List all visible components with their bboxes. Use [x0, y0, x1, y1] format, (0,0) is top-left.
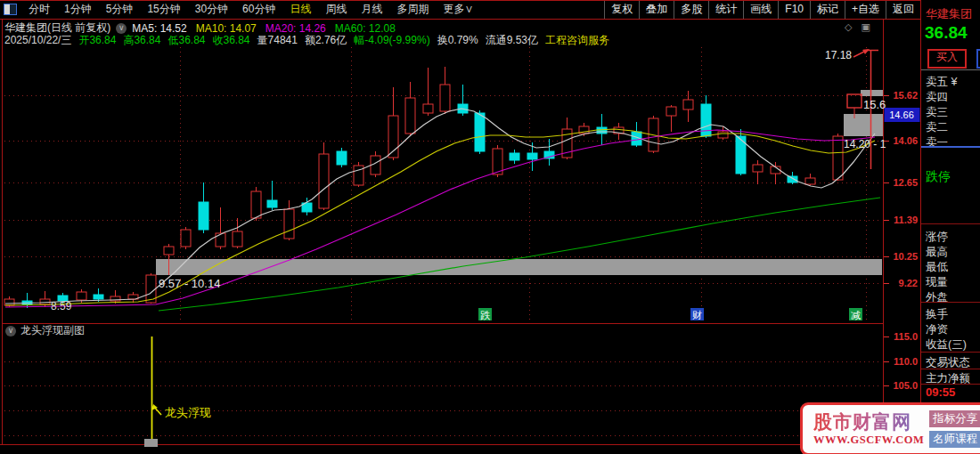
sub-price-label: 110.0	[894, 356, 918, 367]
candle-body	[233, 231, 242, 247]
sell-button[interactable]	[976, 49, 980, 69]
quote-field-label: 净资	[926, 322, 948, 337]
gray-zone	[861, 90, 884, 96]
chart-annotation: 9.57 - 10.14	[159, 277, 220, 290]
event-marker-label: 减	[851, 310, 861, 320]
quote-field-label: 最高	[926, 245, 948, 260]
info-item: 流通9.53亿	[486, 33, 538, 48]
watermark-card: 股市财富网 WWW.GSCFW.COM 指标分享 名师课程	[800, 402, 980, 454]
candle-body	[405, 98, 415, 134]
candle-body	[683, 100, 693, 109]
event-marker-label: 财	[692, 310, 702, 320]
candle-body	[510, 153, 519, 160]
signal-base-box	[144, 439, 158, 447]
sell-level[interactable]: 卖三	[926, 105, 948, 120]
candle-body	[199, 202, 208, 230]
diamond-icon[interactable]: ◇	[845, 21, 852, 32]
candle-body	[527, 153, 537, 159]
watermark-site-name: 股市财富网	[813, 411, 924, 433]
quote-panel: 华建集团 36.84 买入 卖五 ¥卖四卖三卖二卖一 跌停 涨停最高最低现量外盘…	[920, 0, 980, 454]
sell-level[interactable]: 卖一	[926, 135, 948, 150]
date-label: 2025/10/22/三	[4, 33, 71, 48]
info-item: 收36.84	[213, 33, 250, 48]
chart-annotation: 17.18	[825, 49, 852, 61]
target-arrow-head	[862, 49, 870, 54]
divider	[921, 384, 980, 385]
panel-icon[interactable]: ▣	[862, 21, 870, 32]
divider	[921, 223, 980, 224]
divider	[921, 369, 980, 369]
info-item: 幅-4.09(-9.99%)	[354, 33, 429, 48]
stock-price: 36.84	[925, 23, 968, 43]
candle-body	[440, 85, 450, 111]
price-flag-box	[847, 94, 862, 108]
candle-body	[718, 132, 728, 138]
candle-body	[666, 107, 676, 116]
sell-level[interactable]: 卖五 ¥	[926, 75, 957, 90]
quote-field-label: 收益(三)	[926, 337, 967, 353]
quote-field-label: 换手	[926, 307, 948, 322]
gray-zone	[844, 114, 884, 136]
watermark-site-url: WWW.GSCFW.COM	[813, 434, 924, 447]
watermark-tag-indicator: 指标分享	[929, 410, 980, 427]
candle-body	[753, 165, 763, 172]
gray-zone	[156, 259, 882, 275]
divider	[921, 302, 980, 303]
divider	[921, 146, 980, 148]
candle-body	[251, 191, 261, 218]
quote-field-label: 外盘	[926, 290, 948, 305]
chart-corner-icons: ◇ ▣	[838, 21, 870, 33]
sell-level[interactable]: 卖二	[926, 120, 948, 135]
sub-price-label: 115.0	[894, 331, 918, 342]
event-marker-label: 跌	[480, 310, 491, 320]
chart-annotation: 14.20 - 1	[844, 138, 886, 150]
candle-body	[77, 292, 86, 300]
info-item: 额2.76亿	[305, 33, 347, 48]
price-label: 10.25	[893, 251, 918, 262]
buy-button[interactable]: 买入	[927, 49, 967, 69]
candlestick-chart[interactable]: 8.599.57 - 10.1417.1815.614.20 - 1跌财减15.…	[0, 0, 980, 454]
info-item: 低36.84	[167, 33, 205, 48]
candle-body	[475, 113, 485, 151]
divider	[921, 352, 980, 353]
candle-body	[267, 200, 277, 207]
stock-name: 华建集团	[926, 6, 972, 22]
divider	[921, 69, 980, 70]
candle-body	[216, 233, 225, 247]
info-row: 2025/10/22/三 开36.84高36.84低36.84收36.84量74…	[4, 33, 609, 48]
candle-body	[833, 136, 843, 180]
collapse-circle-icon[interactable]: ∨	[5, 326, 16, 336]
candle-body	[181, 230, 191, 247]
quote-field-label: 涨停	[926, 230, 948, 245]
info-item: 高36.84	[123, 33, 160, 48]
price-label: 11.39	[894, 215, 918, 225]
candle-body	[337, 151, 347, 165]
chart-annotation: 15.6	[863, 98, 886, 111]
candle-body	[284, 209, 294, 239]
candle-body	[805, 178, 815, 184]
quote-field-label: 最低	[926, 260, 948, 275]
chevron-down-circle-icon[interactable]: ∨	[116, 23, 127, 34]
subpanel-title: 龙头浮现副图	[20, 323, 85, 338]
subpanel-header: ∨ 龙头浮现副图	[5, 323, 85, 338]
candle-body	[94, 295, 103, 299]
quote-time: 09:55	[926, 385, 955, 399]
price-label: 15.62	[893, 90, 918, 101]
info-item: 换0.79%	[437, 33, 478, 48]
watermark-tag-course: 名师课程	[929, 431, 980, 448]
price-label: 9.22	[899, 278, 918, 288]
signal-label: 龙头浮现	[165, 406, 211, 419]
info-item: 工程咨询服务	[545, 33, 609, 48]
info-item: 量74841	[257, 33, 298, 48]
candle-body	[319, 154, 329, 208]
price-label: 12.65	[893, 177, 918, 188]
sell-level[interactable]: 卖四	[926, 90, 948, 105]
price-label: 14.06	[893, 135, 918, 146]
candle-body	[4, 299, 14, 305]
sub-price-label: 105.0	[893, 380, 918, 391]
candle-body	[788, 176, 797, 182]
info-item: 开36.84	[78, 33, 116, 48]
candle-body	[164, 247, 174, 255]
chart-annotation: 8.59	[51, 300, 72, 312]
limit-down-label: 跌停	[926, 169, 951, 185]
